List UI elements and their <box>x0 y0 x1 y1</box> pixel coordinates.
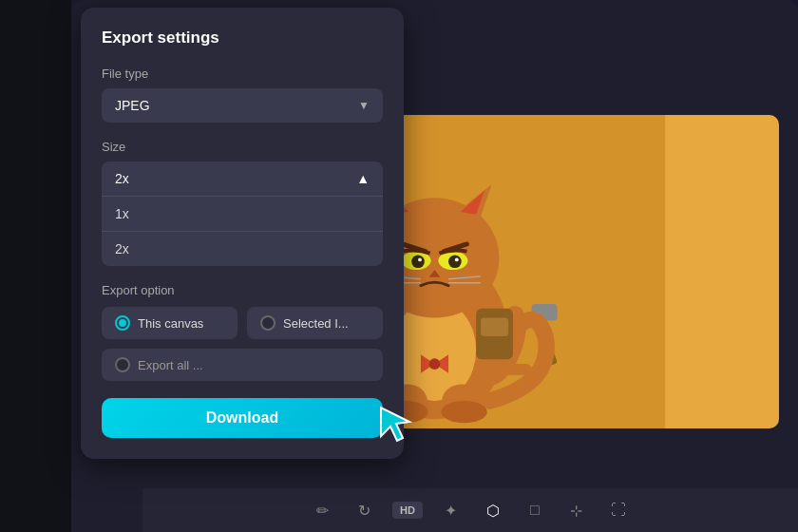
size-arrow-icon: ▲ <box>356 171 370 186</box>
toolbar-shape-icon[interactable]: □ <box>522 497 548 523</box>
export-panel: Export settings File type JPEG PNG WebP … <box>81 8 404 459</box>
size-value: 2x <box>115 171 129 186</box>
svg-point-26 <box>418 257 422 261</box>
file-type-select-wrapper: JPEG PNG WebP PDF ▼ <box>102 88 383 123</box>
file-type-label: File type <box>102 66 383 81</box>
size-dropdown-header[interactable]: 2x ▲ <box>102 162 383 196</box>
svg-point-27 <box>455 257 459 261</box>
size-label: Size <box>102 140 383 154</box>
export-selected-label: Selected I... <box>283 316 349 331</box>
export-radio-row: This canvas Selected I... <box>102 307 383 339</box>
export-selected-btn[interactable]: Selected I... <box>247 307 383 339</box>
svg-rect-12 <box>499 364 531 375</box>
file-type-select[interactable]: JPEG PNG WebP PDF <box>102 88 383 123</box>
toolbar-enhance-icon[interactable]: ✦ <box>438 497 465 523</box>
toolbar-expand-icon[interactable]: ⛶ <box>605 497 632 523</box>
svg-point-36 <box>441 401 487 423</box>
export-all-label: Export all ... <box>138 358 203 372</box>
toolbar-edit-icon[interactable]: ✏ <box>309 497 335 523</box>
bottom-toolbar: ✏ ↻ HD ✦ ⬡ □ ⊹ ⛶ <box>142 488 798 532</box>
export-this-canvas-label: This canvas <box>138 316 203 331</box>
svg-point-25 <box>448 256 462 269</box>
cursor-arrow-icon <box>376 403 419 446</box>
svg-point-24 <box>411 256 425 269</box>
left-sidebar <box>0 0 71 532</box>
download-area: Download <box>102 398 383 438</box>
panel-title: Export settings <box>102 28 383 48</box>
size-option-2x[interactable]: 2x <box>102 231 383 266</box>
svg-point-6 <box>429 358 441 370</box>
export-option-label: Export option <box>102 283 383 297</box>
toolbar-hd-badge[interactable]: HD <box>392 502 423 519</box>
size-options-list: 1x 2x <box>102 196 383 266</box>
radio-selected-icon <box>260 315 276 331</box>
svg-rect-38 <box>481 318 508 336</box>
toolbar-brush-icon[interactable]: ⬡ <box>480 497 506 523</box>
toolbar-rotate-icon[interactable]: ↻ <box>351 497 377 523</box>
size-option-1x[interactable]: 1x <box>102 196 383 231</box>
size-dropdown: 2x ▲ 1x 2x <box>102 162 383 266</box>
toolbar-crop-icon[interactable]: ⊹ <box>563 497 590 523</box>
radio-export-all-icon <box>115 357 130 372</box>
export-all-btn[interactable]: Export all ... <box>102 349 383 381</box>
export-this-canvas-btn[interactable]: This canvas <box>102 307 238 339</box>
download-button[interactable]: Download <box>102 398 383 438</box>
radio-this-canvas-icon <box>115 315 130 331</box>
svg-marker-39 <box>381 408 409 441</box>
